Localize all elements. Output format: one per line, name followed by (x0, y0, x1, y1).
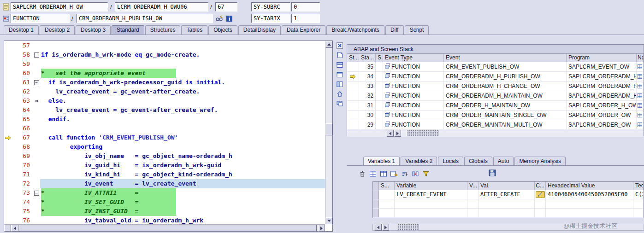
line-number[interactable]: 61 (12, 78, 33, 87)
code-text[interactable]: lv_create_event = gc_event-after_create. (40, 87, 325, 96)
close-icon[interactable] (335, 41, 344, 50)
code-text[interactable]: lv_create_event = gc_event-after_create_… (40, 105, 325, 115)
line-number[interactable]: 58 (12, 50, 33, 59)
line-number[interactable]: 75 (12, 207, 33, 216)
variables-scroll-left-button[interactable] (375, 224, 382, 231)
editor-corner-button[interactable] (4, 225, 11, 232)
line-number[interactable]: 63 (12, 96, 33, 105)
code-vertical-scrollbar[interactable] (325, 41, 332, 224)
tab-detaildisplay[interactable]: DetailDisplay (238, 25, 281, 35)
var-cell-value[interactable] (479, 199, 535, 208)
code-text[interactable]: iv_obj_name = gc_object_name-orderadm_h (40, 151, 325, 161)
stack-row[interactable]: 30FUNCTIONCRM_ORDER_MAINTAIN_SINGLE_OWSA… (347, 111, 644, 120)
change-layout-icon[interactable] (379, 169, 388, 178)
fold-marker-icon[interactable] (33, 96, 40, 105)
tab-script[interactable]: Script (405, 25, 429, 35)
maximize-icon[interactable] (335, 70, 344, 79)
code-text[interactable]: iv_event = lv_create_event (40, 179, 325, 188)
code-line[interactable]: 75* IV_INST_GUID = (4, 207, 325, 216)
home-icon[interactable] (335, 89, 344, 98)
stack-col-program[interactable]: Program (567, 54, 637, 62)
stack-col-level[interactable]: Sta... (359, 54, 376, 62)
export-icon[interactable] (390, 169, 398, 178)
var-cell-variable[interactable] (395, 199, 467, 208)
code-text[interactable]: if is_orderadm_h_wrk-predecessor_guid is… (40, 78, 325, 87)
code-line[interactable]: 67 call function 'CRM_EVENT_PUBLISH_OW' (4, 133, 325, 142)
code-text[interactable]: exporting (40, 142, 325, 151)
code-text[interactable]: * IV_ATTRI1 = (40, 188, 325, 198)
var-tab-locals[interactable]: Locals (438, 157, 463, 166)
sy-subrc-field[interactable]: SY-SUBRC (251, 2, 290, 12)
var-tab-variables-2[interactable]: Variables 2 (401, 157, 437, 166)
variables-col-hex[interactable]: Hexadecimal Value (546, 182, 633, 190)
stack-horizontal-scrollbar[interactable] (347, 130, 644, 137)
code-text[interactable]: iv_kind_hi = gc_object_kind-orderadm_h (40, 170, 325, 179)
scroll-up-button[interactable] (325, 41, 332, 48)
stack-row[interactable]: 29FUNCTIONCRM_ORDER_MAINTAIN_MULTI_OWSAP… (347, 120, 644, 130)
edit-pencil-icon[interactable] (536, 191, 545, 198)
filter-icon[interactable] (421, 169, 430, 178)
code-line[interactable]: 71 iv_kind_hi = gc_object_kind-orderadm_… (4, 170, 325, 179)
code-line[interactable]: 69 iv_obj_name = gc_object_name-orderadm… (4, 151, 325, 161)
stack-navigate-icon[interactable] (637, 72, 644, 81)
var-cell-value[interactable] (479, 209, 535, 217)
stack-row[interactable]: 33FUNCTIONCRM_ORDERADM_H_CHANGE_OWSAPLCR… (347, 82, 644, 91)
code-text[interactable]: iv_guid_hi = is_orderadm_h_wrk-guid (40, 161, 325, 170)
code-line[interactable]: 61− if is_orderadm_h_wrk-predecessor_gui… (4, 78, 325, 87)
code-text[interactable]: * IV_INST_GUID = (40, 207, 325, 216)
stack-col-event[interactable]: Event (444, 54, 567, 62)
scroll-down-button[interactable] (325, 217, 332, 224)
variables-col-value[interactable]: Val. (479, 182, 535, 190)
code-text[interactable] (40, 41, 325, 50)
code-line[interactable]: 58−if is_orderadm_h_wrk-mode eq gc_mode-… (4, 50, 325, 59)
tab-desktop-1[interactable]: Desktop 1 (4, 25, 39, 35)
line-number[interactable]: 68 (12, 142, 33, 151)
tab-tables[interactable]: Tables (181, 25, 207, 35)
code-text[interactable]: endif. (40, 115, 325, 124)
line-number[interactable]: 66 (12, 124, 33, 133)
code-line[interactable]: 64 lv_create_event = gc_event-after_crea… (4, 105, 325, 115)
variables-scroll-thumb[interactable] (397, 224, 419, 230)
variable-row[interactable] (373, 209, 644, 218)
code-line[interactable]: 63 else. (4, 96, 325, 105)
line-number[interactable]: 69 (12, 151, 33, 161)
variable-row[interactable]: LV_CREATE_EVENTAFTER_CREATE4100460054004… (373, 190, 644, 199)
code-text[interactable]: call function 'CRM_EVENT_PUBLISH_OW' (40, 133, 325, 142)
var-tab-globals[interactable]: Globals (464, 157, 492, 166)
variables-col-variable[interactable]: Variable (395, 182, 467, 190)
stack-navigate-icon[interactable] (637, 62, 644, 71)
sy-tabix-field[interactable]: SY-TABIX (251, 14, 290, 23)
horizontal-scroll-thumb[interactable] (19, 225, 317, 231)
stack-scroll-right-button[interactable] (394, 130, 401, 137)
code-text[interactable] (40, 59, 325, 69)
tab-desktop-2[interactable]: Desktop 2 (40, 25, 75, 35)
variable-row[interactable] (373, 199, 644, 209)
stack-scroll-thumb[interactable] (406, 130, 438, 136)
variables-col-s[interactable]: S... (379, 182, 395, 190)
event-type-field[interactable]: FUNCTION (11, 14, 70, 23)
variables-col-selector[interactable] (373, 182, 379, 190)
code-line[interactable]: 72 iv_event = lv_create_event (4, 179, 325, 188)
tab-objects[interactable]: Objects (208, 25, 237, 35)
row-selector[interactable] (373, 199, 379, 208)
tab-diff[interactable]: Diff (385, 25, 404, 35)
save-icon[interactable] (488, 169, 496, 177)
line-number[interactable]: 57 (12, 41, 33, 50)
code-line[interactable]: 73−* IV_ATTRI1 = (4, 188, 325, 198)
code-text[interactable]: else. (40, 96, 325, 105)
line-number[interactable]: 65 (12, 115, 33, 124)
variables-scroll-right-button[interactable] (382, 224, 389, 231)
row-selector[interactable] (373, 209, 379, 217)
code-text[interactable]: * set the appropriate event (40, 69, 325, 78)
var-cell-variable[interactable]: LV_CREATE_EVENT (395, 190, 467, 199)
line-number[interactable]: 60 (12, 69, 33, 78)
variables-col-change[interactable]: C... (535, 182, 546, 190)
sort-icon[interactable] (400, 169, 409, 178)
fold-marker-icon[interactable]: − (33, 188, 40, 198)
line-number[interactable]: 67 (12, 133, 33, 142)
stack-col-s[interactable]: S... (376, 54, 383, 62)
line-number[interactable]: 74 (12, 198, 33, 207)
var-tab-auto[interactable]: Auto (493, 157, 514, 166)
sy-subrc-value-field[interactable]: 0 (291, 2, 320, 12)
split-screen-icon[interactable] (335, 60, 344, 69)
